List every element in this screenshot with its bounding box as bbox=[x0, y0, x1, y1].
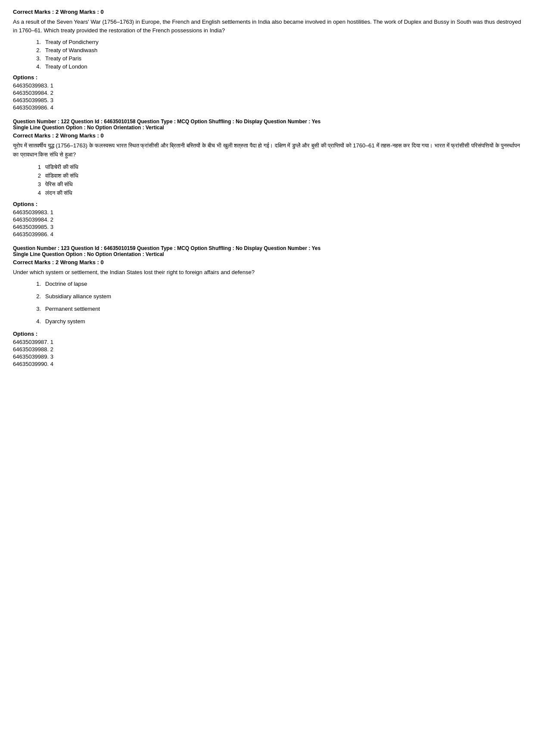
q123-text: Under which system or settlement, the In… bbox=[13, 268, 521, 277]
list-item: 1.Treaty of Pondicherry bbox=[30, 39, 521, 45]
q122-hindi-text: यूरोप में सातवर्षीय युद्ध (1756–1763) के… bbox=[13, 141, 521, 159]
q121-option-id-1: 64635039983. 1 bbox=[13, 82, 521, 89]
q123-marks: Correct Marks : 2 Wrong Marks : 0 bbox=[13, 259, 521, 266]
q122-marks: Correct Marks : 2 Wrong Marks : 0 bbox=[13, 132, 521, 139]
q122-option-id-4: 64635039986. 4 bbox=[13, 231, 521, 237]
question-121-section: Correct Marks : 2 Wrong Marks : 0 As a r… bbox=[13, 9, 521, 111]
q122-option-id-3: 64635039985. 3 bbox=[13, 224, 521, 230]
q121-options-list: 1.Treaty of Pondicherry 2.Treaty of Wand… bbox=[30, 39, 521, 70]
question-123-section: Question Number : 123 Question Id : 6463… bbox=[13, 245, 521, 368]
q121-text: As a result of the Seven Years' War (175… bbox=[13, 18, 521, 34]
list-item: 2वांडिवाश की संधि bbox=[30, 172, 521, 179]
list-item: 3.Treaty of Paris bbox=[30, 55, 521, 62]
list-item: 1.Doctrine of lapse bbox=[30, 281, 521, 287]
question-122-section: Question Number : 122 Question Id : 6463… bbox=[13, 119, 521, 237]
list-item: 2.Treaty of Wandiwash bbox=[30, 47, 521, 53]
q123-options-label: Options : bbox=[13, 331, 521, 337]
q123-option-id-4: 64635039990. 4 bbox=[13, 361, 521, 367]
list-item: 4.Dyarchy system bbox=[30, 318, 521, 325]
q121-options-label: Options : bbox=[13, 74, 521, 81]
list-item: 4लंदन की संधि bbox=[30, 190, 521, 197]
list-item: 1पांडिचेरी की संधि bbox=[30, 164, 521, 171]
list-item: 3पेरिस की संधि bbox=[30, 181, 521, 188]
q123-option-id-3: 64635039989. 3 bbox=[13, 353, 521, 360]
q122-option-id-2: 64635039984. 2 bbox=[13, 216, 521, 223]
list-item: 2.Subsidiary alliance system bbox=[30, 293, 521, 300]
q122-meta: Question Number : 122 Question Id : 6463… bbox=[13, 119, 521, 131]
q123-options-list: 1.Doctrine of lapse 2.Subsidiary allianc… bbox=[30, 281, 521, 325]
list-item: 4.Treaty of London bbox=[30, 63, 521, 70]
q123-meta: Question Number : 123 Question Id : 6463… bbox=[13, 245, 521, 257]
list-item: 3.Permanent settlement bbox=[30, 306, 521, 312]
q122-option-id-1: 64635039983. 1 bbox=[13, 209, 521, 216]
q122-options-list: 1पांडिचेरी की संधि 2वांडिवाश की संधि 3पे… bbox=[30, 164, 521, 197]
q121-option-id-2: 64635039984. 2 bbox=[13, 90, 521, 96]
q123-option-id-1: 64635039987. 1 bbox=[13, 339, 521, 345]
q121-marks: Correct Marks : 2 Wrong Marks : 0 bbox=[13, 9, 521, 15]
q121-option-id-4: 64635039986. 4 bbox=[13, 104, 521, 111]
q121-option-id-3: 64635039985. 3 bbox=[13, 97, 521, 103]
q123-option-id-2: 64635039988. 2 bbox=[13, 346, 521, 353]
q122-options-label: Options : bbox=[13, 201, 521, 207]
